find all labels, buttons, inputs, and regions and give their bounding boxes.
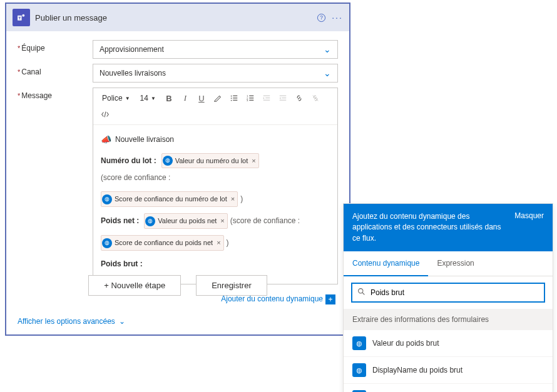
card-header: T Publier un message ? ··· xyxy=(6,4,349,31)
svg-rect-19 xyxy=(263,100,270,101)
dynamic-content-panel: Ajoutez du contenu dynamique des applica… xyxy=(343,203,553,392)
svg-rect-17 xyxy=(263,96,270,96)
result-item[interactable]: ◍ Valeur du poids brut xyxy=(344,330,553,357)
team-value: Approvisionnement xyxy=(100,45,164,54)
results-section-header: Extraire des informations des formulaire… xyxy=(344,309,553,330)
svg-rect-12 xyxy=(249,96,253,96)
channel-value: Nouvelles livraisons xyxy=(100,69,166,78)
svg-rect-16 xyxy=(249,100,253,101)
number-list-icon[interactable]: 123 xyxy=(243,91,257,105)
editor-toolbar: Police▼ 14▼ B I U 123 xyxy=(93,88,337,125)
highlight-icon[interactable] xyxy=(211,91,225,105)
remove-icon[interactable]: × xyxy=(231,193,235,206)
channel-select[interactable]: Nouvelles livraisons ⌄ xyxy=(93,64,338,83)
more-icon[interactable]: ··· xyxy=(332,12,343,23)
search-icon xyxy=(357,288,365,298)
plus-icon: + xyxy=(325,294,335,304)
italic-icon[interactable]: I xyxy=(178,91,192,105)
footer-buttons: + Nouvelle étape Enregistrer xyxy=(5,275,350,296)
svg-rect-10 xyxy=(233,100,237,101)
remove-icon[interactable]: × xyxy=(252,154,255,168)
code-view-icon[interactable] xyxy=(98,108,112,121)
channel-label: Canal xyxy=(18,64,93,83)
panel-header: Ajoutez du contenu dynamique des applica… xyxy=(344,204,553,251)
save-button[interactable]: Enregistrer xyxy=(196,275,267,296)
panel-header-text: Ajoutez du contenu dynamique des applica… xyxy=(352,211,508,244)
remove-icon[interactable]: × xyxy=(220,214,224,228)
message-editor: Police▼ 14▼ B I U 123 📣 xyxy=(93,88,338,284)
globe-icon: ◍ xyxy=(352,336,366,350)
bold-icon[interactable]: B xyxy=(162,91,176,105)
help-icon[interactable]: ? xyxy=(315,12,327,23)
result-item[interactable]: ◍ Score de confiance du poids brut xyxy=(344,384,553,392)
svg-point-5 xyxy=(231,96,232,97)
svg-point-9 xyxy=(231,100,232,101)
svg-rect-20 xyxy=(280,96,287,96)
card-body: Équipe Approvisionnement ⌄ Canal Nouvell… xyxy=(6,31,349,313)
size-select[interactable]: 14▼ xyxy=(136,93,160,104)
svg-point-7 xyxy=(231,98,232,99)
search-input[interactable] xyxy=(370,288,539,297)
announce-text: Nouvelle livraison xyxy=(115,133,174,147)
svg-text:3: 3 xyxy=(247,99,248,102)
gross-label: Poids brut : xyxy=(101,257,143,271)
net-label: Poids net : xyxy=(101,214,139,228)
svg-rect-8 xyxy=(233,98,237,98)
svg-rect-6 xyxy=(233,96,237,96)
search-box xyxy=(351,283,545,303)
svg-rect-18 xyxy=(265,98,270,98)
lot-label: Numéro du lot : xyxy=(101,154,156,168)
outdent-icon[interactable] xyxy=(260,91,273,105)
token-net-value[interactable]: ◍Valeur du poids net× xyxy=(144,213,227,229)
svg-rect-21 xyxy=(282,98,286,98)
result-item[interactable]: ◍ DisplayName du poids brut xyxy=(344,357,553,384)
hide-link[interactable]: Masquer xyxy=(514,211,544,220)
svg-point-24 xyxy=(359,289,363,293)
team-label: Équipe xyxy=(18,40,93,59)
link-icon[interactable] xyxy=(292,91,306,105)
svg-rect-14 xyxy=(249,98,253,98)
font-select[interactable]: Police▼ xyxy=(98,93,134,104)
result-label: Valeur du poids brut xyxy=(372,339,439,348)
card-title: Publier un message xyxy=(35,13,310,23)
underline-icon[interactable]: U xyxy=(195,91,208,105)
indent-icon[interactable] xyxy=(276,91,290,105)
message-label: Message xyxy=(18,88,93,284)
svg-point-1 xyxy=(22,14,24,17)
advanced-options-link[interactable]: Afficher les options avancées ⌄ xyxy=(6,313,349,334)
remove-icon[interactable]: × xyxy=(217,236,220,249)
unlink-icon[interactable] xyxy=(309,91,322,105)
svg-text:T: T xyxy=(18,16,21,20)
chevron-down-icon: ⌄ xyxy=(324,44,331,54)
svg-rect-22 xyxy=(280,100,287,101)
token-lot-score[interactable]: ◍Score de confiance du numéro de lot× xyxy=(101,191,238,207)
close-paren: ) xyxy=(240,192,243,206)
globe-icon: ◍ xyxy=(352,363,366,377)
globe-icon: ◍ xyxy=(163,156,173,166)
token-net-score[interactable]: ◍Score de confiance du poids net× xyxy=(101,235,224,251)
chevron-down-icon: ⌄ xyxy=(324,68,331,78)
panel-tabs: Contenu dynamique Expression xyxy=(344,251,553,276)
megaphone-icon: 📣 xyxy=(101,131,111,148)
chevron-down-icon: ⌄ xyxy=(119,317,125,326)
paren-text: (score de confiance : xyxy=(101,171,170,185)
tab-expression[interactable]: Expression xyxy=(428,251,483,276)
new-step-button[interactable]: + Nouvelle étape xyxy=(88,275,181,296)
globe-icon: ◍ xyxy=(102,194,112,204)
teams-icon: T xyxy=(13,9,30,26)
tab-dynamic-content[interactable]: Contenu dynamique xyxy=(344,251,428,276)
svg-line-25 xyxy=(362,293,364,294)
token-lot-value[interactable]: ◍Valeur du numéro du lot× xyxy=(161,153,259,169)
result-label: DisplayName du poids brut xyxy=(372,366,462,374)
add-dynamic-link[interactable]: Ajouter du contenu dynamique+ xyxy=(221,294,335,303)
team-select[interactable]: Approvisionnement ⌄ xyxy=(93,40,338,59)
bullet-list-icon[interactable] xyxy=(227,91,241,105)
globe-icon: ◍ xyxy=(102,238,112,248)
editor-content[interactable]: 📣 Nouvelle livraison Numéro du lot : ◍Va… xyxy=(93,125,337,284)
globe-icon: ◍ xyxy=(145,216,155,226)
close-paren: ) xyxy=(227,236,229,250)
svg-text:?: ? xyxy=(320,14,323,21)
paren-text: (score de confiance : xyxy=(230,214,300,228)
